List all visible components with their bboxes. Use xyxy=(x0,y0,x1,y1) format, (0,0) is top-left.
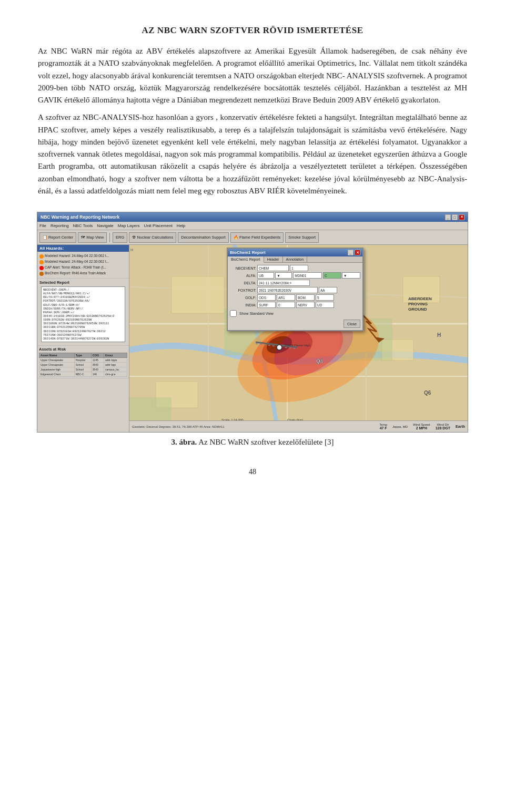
sw-titlebar: NBC Warning and Reporting Network _ □ ✕ xyxy=(37,212,468,222)
col-asset-name: Asset Name xyxy=(39,353,75,357)
label-nbcevent: NBCEVENT: xyxy=(230,266,256,270)
sw-window-buttons: _ □ ✕ xyxy=(445,214,464,220)
map-info-bar: Geodetic: Decimal Degrees: 39.51, 76.399… xyxy=(129,420,468,432)
asset-row-1: Upper Chesapeake Hospital 1145 addr-bpps xyxy=(39,357,127,362)
figure-caption-text: Az NBC WaRN szoftver kezelőfelülete [3] xyxy=(198,438,334,446)
field-golf-2[interactable]: AR1 xyxy=(277,294,295,301)
form-row-golf: GOLF: ODS AR1 BOM 5 xyxy=(230,294,360,301)
toolbar-smoke[interactable]: Smoke Support xyxy=(285,232,319,243)
asset-row-3: Joppatowne-high School 3543 campus_loc xyxy=(39,367,127,372)
sw-map-area[interactable]: ABERDEEN PROVING GROUND Q6 Q8 1000ft Fla… xyxy=(129,245,468,432)
field-foxtrot-code[interactable]: AA xyxy=(319,287,337,293)
assets-label: Assets at Risk xyxy=(39,347,127,352)
dialog-minimize[interactable]: _ xyxy=(348,250,354,255)
toolbar-map-view[interactable]: 🗺 Map View xyxy=(78,232,107,243)
weather-temp: Temp 47 F xyxy=(379,423,387,430)
field-alfa-4[interactable]: C xyxy=(323,272,341,279)
sw-maximize-btn[interactable]: □ xyxy=(452,214,458,220)
paragraph-2: A szoftver az NBC-ANALYSIS-hoz hasonlóan… xyxy=(38,111,467,197)
field-india-1[interactable]: SURF xyxy=(257,302,276,308)
menu-unit-placement[interactable]: Unit Placement xyxy=(144,223,173,228)
sw-toolbar: 📋 Report Center 🗺 Map View ERG ☢ Nuclear… xyxy=(37,230,468,245)
label-golf: GOLF: xyxy=(230,296,256,300)
col-emaz: Emaz xyxy=(104,353,127,357)
toolbar-nuclear[interactable]: ☢ Nuclear Calculations xyxy=(129,232,176,243)
sw-assets-section: Assets at Risk Asset Name Type COG Emaz xyxy=(37,346,129,378)
asset-row-2: Upper Chesapeake School 3543 addr-bpp xyxy=(39,362,127,367)
svg-text:1000ft Flame High: 1000ft Flame High xyxy=(285,344,310,347)
sw-content: All Hazards: Modeled Hazard: 24-May-04 2… xyxy=(37,245,468,432)
selected-report-content: NBCEVENT:CHEM:/ ALFA/NAT/UB/MDNG13/001:C… xyxy=(41,286,125,342)
assets-table: Asset Name Type COG Emaz Upper Chesapeak… xyxy=(39,353,127,377)
field-golf-3[interactable]: BOM xyxy=(296,294,315,301)
sw-left-panel: All Hazards: Modeled Hazard: 24-May-04 2… xyxy=(37,245,129,432)
field-golf-4[interactable]: 5 xyxy=(316,294,334,301)
menu-navigate[interactable]: Navigate xyxy=(97,223,114,228)
software-screenshot: NBC Warning and Reporting Network _ □ ✕ … xyxy=(37,212,468,433)
tab-annotation[interactable]: Annotation xyxy=(283,256,307,262)
toolbar-erg[interactable]: ERG xyxy=(113,232,127,243)
figure-caption: 3. ábra. Az NBC WaRN szoftver kezelőfelü… xyxy=(171,438,334,447)
sw-close-btn[interactable]: ✕ xyxy=(459,214,464,220)
svg-text:Q8: Q8 xyxy=(316,358,324,364)
menu-help[interactable]: Help xyxy=(177,223,185,228)
menu-nbc-tools[interactable]: NBC Tools xyxy=(73,223,93,228)
menu-reporting[interactable]: Reporting xyxy=(50,223,69,228)
toolbar-flame[interactable]: 🔥 Flame Field Expedients xyxy=(230,232,284,243)
show-standard-view-checkbox[interactable] xyxy=(230,310,237,317)
form-row-checkbox: Show Standard View xyxy=(230,310,360,317)
sw-dialog-title: BioChem1 Report xyxy=(230,250,266,255)
label-delta: DELTA: xyxy=(230,281,256,285)
label-india: INDIA: xyxy=(230,303,256,307)
sw-biochem-dialog[interactable]: BioChem1 Report _ ✕ BioChem1 Report Head… xyxy=(227,248,363,331)
menu-map-layers[interactable]: Map Layers xyxy=(118,223,140,228)
field-alfa-5[interactable]: ▼ xyxy=(342,272,360,279)
hazard-item-1[interactable]: Modeled Hazard: 24-May-04 22:30:002 t... xyxy=(39,253,127,259)
field-golf-1[interactable]: ODS xyxy=(257,294,276,301)
svg-text:H: H xyxy=(437,332,441,338)
col-cog: COG xyxy=(91,353,104,357)
form-row-alfa: ALFA: UB ▼ MDN01 C ▼ xyxy=(230,272,360,279)
field-delta[interactable]: 241 11 12MAY2004:+ xyxy=(257,280,310,286)
label-foxtrot: FOXTROT: xyxy=(230,289,256,292)
field-alfa-2[interactable]: ▼ xyxy=(275,272,292,279)
toolbar-report-center[interactable]: 📋 Report Center xyxy=(39,232,76,243)
sw-dialog-titlebar: BioChem1 Report _ ✕ xyxy=(228,249,362,256)
svg-text:H: H xyxy=(130,248,133,252)
sw-dialog-tabs: BioChem1 Report Header Annotation xyxy=(228,256,362,263)
field-india-2[interactable]: 0 xyxy=(277,302,295,308)
dialog-close[interactable]: ✕ xyxy=(355,250,360,255)
asset-row-4: Edgewood Chem NBC-C 146 chm-gt:e xyxy=(39,372,127,376)
field-india-4[interactable]: UD xyxy=(316,302,334,308)
hazard-item-2[interactable]: Modeled Hazard: 24-May-04 22:30:002 t... xyxy=(39,259,127,265)
sw-title-text: NBC Warning and Reporting Network xyxy=(41,214,445,220)
hazard-item-3[interactable]: CAP Alert: Terror Attack - R348 Train (t… xyxy=(39,265,127,271)
form-row-india: INDIA: SURF 0 NERV UD xyxy=(230,302,360,308)
field-foxtrot[interactable]: 3921 1N0762E2630V xyxy=(257,287,318,293)
figure-container: NBC Warning and Reporting Network _ □ ✕ … xyxy=(38,212,467,447)
hazard-item-4[interactable]: BioChem Report: Rt40 Area Train Attack xyxy=(39,271,127,276)
form-row-nbcevent: NBCEVENT: CHEM 1 xyxy=(230,265,360,271)
svg-text:ABERDEEN: ABERDEEN xyxy=(408,296,432,301)
sw-minimize-btn[interactable]: _ xyxy=(445,214,451,220)
svg-text:Q6: Q6 xyxy=(424,390,431,396)
hazard-icon-1 xyxy=(39,254,44,259)
svg-text:GROUND: GROUND xyxy=(408,307,427,312)
field-alfa-3[interactable]: MDN01 xyxy=(293,272,322,279)
tab-header[interactable]: Header xyxy=(264,256,283,262)
paragraph-1: Az NBC WaRN már régóta az ABV értékelés … xyxy=(38,45,467,106)
dialog-close-button[interactable]: Close xyxy=(344,320,360,328)
field-nbcevent[interactable]: CHEM xyxy=(257,265,289,271)
form-row-foxtrot: FOXTROT: 3921 1N0762E2630V AA xyxy=(230,287,360,293)
map-coordinates: Geodetic: Decimal Degrees: 39.51, 76.399… xyxy=(132,425,225,428)
toolbar-decon[interactable]: Decontamination Support xyxy=(178,232,229,243)
col-type: Type xyxy=(74,353,91,357)
tab-biochem-report[interactable]: BioChem1 Report xyxy=(228,256,264,263)
label-alfa: ALFA: xyxy=(230,274,256,277)
field-alfa-1[interactable]: UB xyxy=(257,272,274,279)
sw-panel-header: All Hazards: xyxy=(37,245,129,252)
field-india-3[interactable]: NERV xyxy=(296,302,315,308)
show-standard-view-label: Show Standard View xyxy=(239,312,274,315)
field-nbcevent-num[interactable]: 1 xyxy=(290,265,308,271)
menu-file[interactable]: File xyxy=(39,223,46,228)
